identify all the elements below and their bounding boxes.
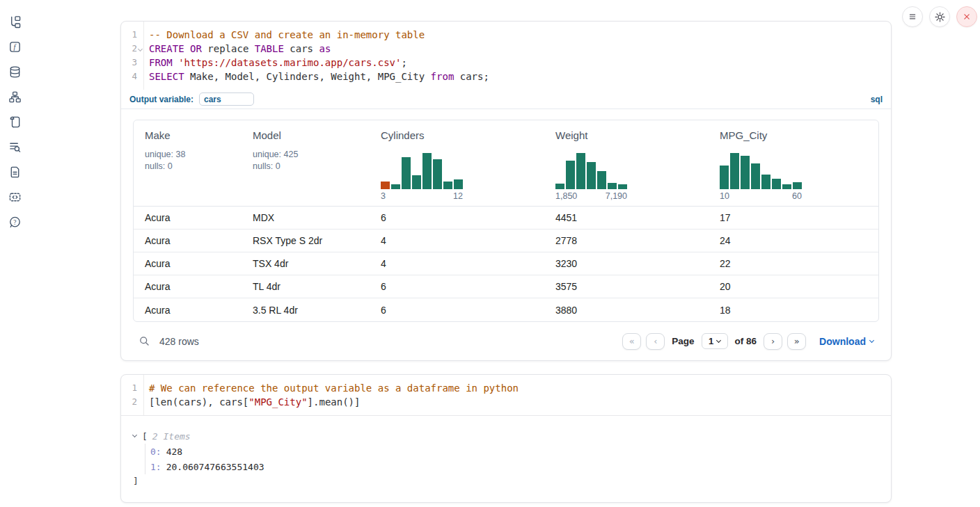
search-icon[interactable] xyxy=(139,335,150,347)
histogram-bar xyxy=(761,175,770,189)
histogram-axis-labels: 312 xyxy=(381,191,463,201)
histogram-bar xyxy=(576,153,585,189)
tree-entry: 0:428 xyxy=(150,444,891,459)
sidebar: f ? xyxy=(0,0,31,507)
table-cell: 6 xyxy=(370,207,544,229)
column-histogram: 312 xyxy=(381,152,463,201)
hamburger-icon xyxy=(907,11,918,22)
histogram-max-label: 12 xyxy=(453,191,463,201)
dependency-graph-icon xyxy=(8,90,22,104)
table-cell: Acura xyxy=(134,252,242,275)
previous-page-button[interactable]: ‹ xyxy=(646,333,665,350)
line-number: 1 xyxy=(121,381,143,395)
table-cell: 4 xyxy=(370,230,544,252)
histogram-bars xyxy=(381,152,463,189)
sidebar-item-documentation[interactable] xyxy=(8,166,22,179)
histogram-bar xyxy=(597,171,606,189)
page-select[interactable]: 1 xyxy=(702,333,728,349)
output-variable-input[interactable] xyxy=(199,92,254,106)
column-label: Make xyxy=(145,129,242,141)
histogram-bar xyxy=(730,153,739,189)
sql-code-editor[interactable]: 1-- Download a CSV and create an in-memo… xyxy=(121,22,891,90)
tree-entry: 1:20.060747663551403 xyxy=(150,459,891,474)
scroll-icon xyxy=(8,115,22,129)
column-header-make[interactable]: Makeunique: 38nulls: 0 xyxy=(134,120,242,206)
language-badge[interactable]: sql xyxy=(871,95,883,104)
settings-button[interactable] xyxy=(929,6,950,27)
list-output: [ 2 Items 0:4281:20.060747663551403 ] xyxy=(121,416,891,502)
menu-button[interactable] xyxy=(902,6,923,27)
histogram-max-label: 60 xyxy=(792,191,802,201)
table-cell: 20 xyxy=(709,275,878,298)
column-stat: nulls: 0 xyxy=(145,161,242,172)
column-header-weight[interactable]: Weight1,8507,190 xyxy=(544,120,709,206)
table-row[interactable]: AcuraTL 4dr6357520 xyxy=(134,275,878,298)
last-page-button[interactable]: » xyxy=(787,333,806,350)
histogram-bar xyxy=(391,184,400,189)
histogram-min-label: 10 xyxy=(720,191,729,201)
table-cell: Acura xyxy=(134,207,242,229)
python-code-editor[interactable]: 1# We can reference the output variable … xyxy=(121,375,891,415)
sidebar-item-data-sources[interactable] xyxy=(8,65,22,79)
code-token: ; xyxy=(401,57,406,68)
code-text: CREATE OR replace TABLE cars as xyxy=(143,42,331,56)
histogram-bar xyxy=(412,175,421,189)
table-row[interactable]: AcuraRSX Type S 2dr4277824 xyxy=(134,230,878,252)
table-cell: 2778 xyxy=(544,230,709,252)
code-line[interactable]: 4SELECT Make, Model, Cylinders, Weight, … xyxy=(121,70,891,83)
function-icon: f xyxy=(8,40,22,54)
table-cell: Acura xyxy=(134,230,242,252)
column-header-cylinders[interactable]: Cylinders312 xyxy=(370,120,544,206)
table-row[interactable]: AcuraTSX 4dr4323022 xyxy=(134,252,878,275)
output-variable-label: Output variable: xyxy=(129,95,193,104)
next-page-button[interactable]: › xyxy=(764,333,782,350)
tree-entry-key: 1: xyxy=(150,462,161,472)
histogram-min-label: 3 xyxy=(381,191,386,201)
code-line[interactable]: 1# We can reference the output variable … xyxy=(121,381,891,395)
column-stat: nulls: 0 xyxy=(253,161,370,172)
code-token: ].mean()] xyxy=(308,396,361,408)
code-snippet-icon xyxy=(8,191,22,204)
tree-collapse-toggle[interactable] xyxy=(133,435,142,437)
download-button[interactable]: Download xyxy=(819,336,874,347)
table-cell: 6 xyxy=(370,275,544,298)
column-stat: unique: 425 xyxy=(253,149,370,161)
sidebar-item-dependency-graph[interactable] xyxy=(8,90,22,104)
histogram-bars xyxy=(720,152,802,189)
code-token: cars; xyxy=(454,71,489,82)
histogram-bar xyxy=(402,157,411,189)
sidebar-item-variables[interactable]: f xyxy=(8,40,22,54)
histogram-bar xyxy=(751,163,760,189)
table-cell: TSX 4dr xyxy=(242,252,370,275)
shutdown-button[interactable] xyxy=(956,6,977,27)
sidebar-item-logs[interactable] xyxy=(8,140,22,154)
code-line[interactable]: 3FROM 'https://datasets.marimo.app/cars.… xyxy=(121,56,891,70)
histogram-bar xyxy=(381,182,390,189)
table-cell: 4 xyxy=(370,252,544,275)
table-cell: 17 xyxy=(709,207,878,229)
column-histogram: 1060 xyxy=(720,152,802,201)
list-search-icon xyxy=(8,140,22,154)
table-row[interactable]: AcuraMDX6445117 xyxy=(134,207,878,230)
sidebar-item-file-explorer[interactable] xyxy=(8,15,22,29)
code-line[interactable]: 2CREATE OR replace TABLE cars as xyxy=(121,42,891,56)
column-header-model[interactable]: Modelunique: 425nulls: 0 xyxy=(242,120,370,206)
first-page-button[interactable]: « xyxy=(622,333,641,350)
code-text: # We can reference the output variable a… xyxy=(143,381,519,395)
code-line[interactable]: 1-- Download a CSV and create an in-memo… xyxy=(121,28,891,42)
table-row[interactable]: Acura3.5 RL 4dr6388018 xyxy=(134,298,878,321)
sidebar-item-help[interactable]: ? xyxy=(8,216,22,229)
svg-text:?: ? xyxy=(13,219,16,226)
code-token: from xyxy=(431,71,455,82)
sidebar-item-snippets[interactable] xyxy=(8,191,22,204)
gear-icon xyxy=(934,11,946,23)
download-label: Download xyxy=(819,336,866,347)
table-cell: 22 xyxy=(709,252,878,275)
sql-cell: 1-- Download a CSV and create an in-memo… xyxy=(120,21,892,361)
histogram-bar xyxy=(587,162,596,189)
sidebar-item-scratchpad[interactable] xyxy=(8,115,22,129)
line-number: 3 xyxy=(121,56,143,70)
column-label: MPG_City xyxy=(720,129,878,141)
code-line[interactable]: 2[len(cars), cars["MPG_City"].mean()] xyxy=(121,395,891,409)
column-header-mpg_city[interactable]: MPG_City1060 xyxy=(709,120,878,206)
